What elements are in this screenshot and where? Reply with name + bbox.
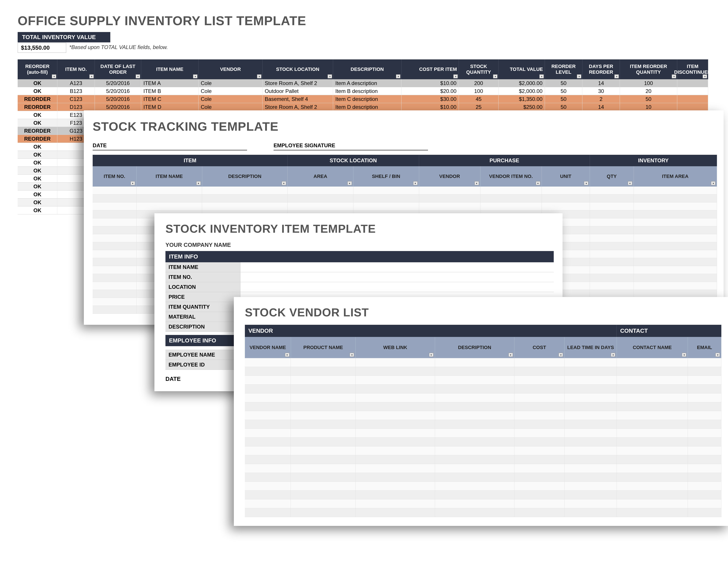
cell[interactable] xyxy=(617,420,688,429)
cell[interactable]: OK xyxy=(18,143,57,151)
cell[interactable] xyxy=(137,202,202,210)
cell[interactable] xyxy=(677,79,708,87)
sub-header[interactable]: LEAD TIME IN DAYS▾ xyxy=(565,337,617,358)
table-row[interactable] xyxy=(93,202,717,210)
cell[interactable] xyxy=(353,202,419,210)
cell[interactable] xyxy=(435,482,514,491)
cell[interactable] xyxy=(435,429,514,438)
cell[interactable] xyxy=(245,429,291,438)
cell[interactable]: 30 xyxy=(582,87,620,95)
cell[interactable] xyxy=(565,482,617,491)
cell[interactable] xyxy=(565,385,617,394)
sub-header[interactable]: UNIT▾ xyxy=(542,166,590,186)
cell[interactable] xyxy=(356,446,435,455)
cell[interactable] xyxy=(435,499,514,508)
cell[interactable]: A123 xyxy=(57,79,95,87)
filter-dropdown-icon[interactable]: ▾ xyxy=(703,74,707,78)
cell[interactable] xyxy=(435,367,514,376)
cell[interactable] xyxy=(435,411,514,420)
cell[interactable] xyxy=(93,298,137,306)
cell[interactable] xyxy=(245,411,291,420)
cell[interactable] xyxy=(590,274,634,282)
cell[interactable]: REORDER xyxy=(18,103,57,111)
cell[interactable] xyxy=(542,186,590,194)
cell[interactable]: 5/20/2016 xyxy=(95,87,141,95)
col-header[interactable]: ITEM REORDER QUANTITY▾ xyxy=(620,59,677,79)
cell[interactable]: 5/20/2016 xyxy=(95,103,141,111)
col-header[interactable]: ITEM NAME▾ xyxy=(141,59,199,79)
cell[interactable] xyxy=(291,367,356,376)
table-row[interactable] xyxy=(245,385,721,394)
col-header[interactable]: DATE OF LAST ORDER▾ xyxy=(95,59,141,79)
cell[interactable] xyxy=(565,438,617,446)
filter-dropdown-icon[interactable]: ▾ xyxy=(682,353,686,357)
table-row[interactable]: OKB1235/20/2016ITEM BColeOutdoor PalletI… xyxy=(18,87,724,95)
cell[interactable] xyxy=(356,402,435,411)
cell[interactable] xyxy=(93,306,137,314)
sub-header[interactable]: QTY▾ xyxy=(590,166,634,186)
cell[interactable]: Cole xyxy=(199,87,263,95)
cell[interactable] xyxy=(93,250,137,258)
col-header[interactable]: DESCRIPTION▾ xyxy=(333,59,402,79)
filter-dropdown-icon[interactable]: ▾ xyxy=(193,74,197,78)
cell[interactable] xyxy=(590,266,634,274)
cell[interactable]: 45 xyxy=(459,95,499,103)
cell[interactable] xyxy=(565,508,617,517)
cell[interactable] xyxy=(617,464,688,473)
col-header[interactable]: STOCK LOCATION▾ xyxy=(263,59,333,79)
col-header[interactable]: TOTAL VALUE▾ xyxy=(499,59,545,79)
cell[interactable] xyxy=(93,194,137,202)
cell[interactable]: 14 xyxy=(582,79,620,87)
cell[interactable] xyxy=(93,226,137,234)
cell[interactable] xyxy=(514,491,565,499)
table-row[interactable] xyxy=(245,411,721,420)
cell[interactable] xyxy=(245,455,291,464)
cell[interactable] xyxy=(634,210,717,218)
cell[interactable]: $2,000.00 xyxy=(499,79,545,87)
cell[interactable] xyxy=(617,411,688,420)
cell[interactable] xyxy=(565,402,617,411)
cell[interactable] xyxy=(565,473,617,482)
table-row[interactable] xyxy=(245,394,721,402)
cell[interactable] xyxy=(688,411,721,420)
col-header[interactable]: DAYS PER REORDER▾ xyxy=(582,59,620,79)
filter-dropdown-icon[interactable]: ▾ xyxy=(396,74,400,78)
cell[interactable] xyxy=(93,218,137,226)
cell[interactable] xyxy=(514,446,565,455)
cell[interactable] xyxy=(677,103,708,111)
cell[interactable] xyxy=(634,290,717,298)
cell[interactable] xyxy=(634,234,717,242)
cell[interactable] xyxy=(617,402,688,411)
cell[interactable] xyxy=(688,376,721,385)
sub-header[interactable]: DESCRIPTION▾ xyxy=(435,337,514,358)
cell[interactable] xyxy=(435,491,514,499)
cell[interactable] xyxy=(634,194,717,202)
cell[interactable]: Cole xyxy=(199,95,263,103)
cell[interactable] xyxy=(356,482,435,491)
cell[interactable] xyxy=(688,385,721,394)
cell[interactable]: OK xyxy=(18,159,57,167)
cell[interactable]: OK xyxy=(18,79,57,87)
table-row[interactable]: OKA1235/20/2016ITEM AColeStore Room A, S… xyxy=(18,79,724,87)
cell[interactable] xyxy=(291,429,356,438)
cell[interactable] xyxy=(93,210,137,218)
cell[interactable] xyxy=(634,282,717,290)
cell[interactable]: OK xyxy=(18,190,57,198)
cell[interactable] xyxy=(353,194,419,202)
cell[interactable] xyxy=(93,186,137,194)
cell[interactable] xyxy=(565,446,617,455)
cell[interactable] xyxy=(245,446,291,455)
table-row[interactable] xyxy=(245,491,721,499)
cell[interactable] xyxy=(617,429,688,438)
cell[interactable] xyxy=(617,358,688,367)
cell[interactable] xyxy=(688,482,721,491)
table-row[interactable] xyxy=(245,508,721,517)
cell[interactable] xyxy=(590,250,634,258)
cell[interactable] xyxy=(514,464,565,473)
cell[interactable] xyxy=(590,226,634,234)
cell[interactable] xyxy=(480,186,542,194)
table-row[interactable] xyxy=(245,429,721,438)
sub-header[interactable]: AREA▾ xyxy=(288,166,353,186)
cell[interactable] xyxy=(291,376,356,385)
cell[interactable] xyxy=(617,438,688,446)
